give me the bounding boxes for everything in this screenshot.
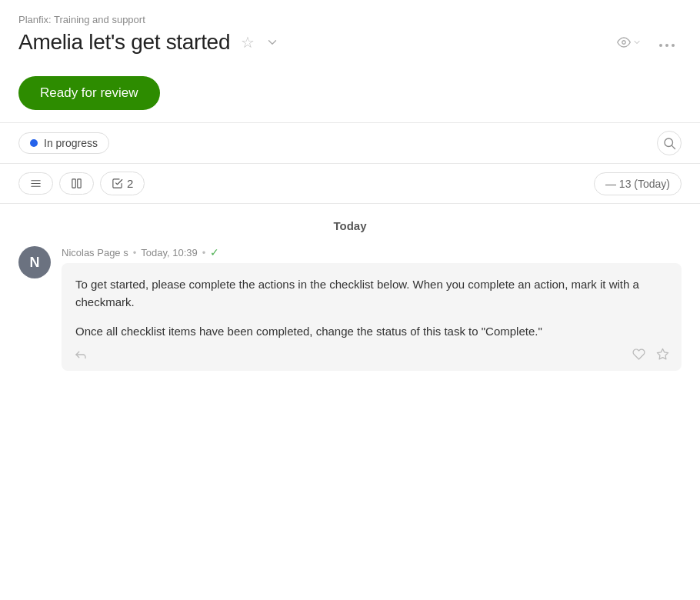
checklist-icon [112,178,123,189]
columns-view-button[interactable] [59,172,94,195]
list-view-button[interactable] [18,172,53,195]
message-bubble: To get started, please complete the acti… [62,263,682,371]
message-content: Nicolas Page s • Today, 10:39 • ✓ To get… [62,246,682,371]
star-outline-icon [656,348,669,361]
avatar-initial: N [30,255,40,271]
bubble-actions [71,346,672,363]
toolbar-left: 2 [18,172,145,195]
toolbar: 2 — 13 (Today) [0,164,700,204]
checklist-count: 2 [127,177,133,190]
more-dots-icon [658,43,675,48]
message-meta: Nicolas Page s • Today, 10:39 • ✓ [62,246,682,258]
star-icon: ☆ [241,33,255,52]
search-button[interactable] [657,131,682,155]
more-button[interactable] [652,31,682,55]
svg-point-1 [659,44,662,47]
svg-marker-11 [657,349,668,359]
breadcrumb: Planfix: Training and support [18,14,682,25]
message-time: Today, 10:39 [141,247,197,258]
meta-separator: • [133,247,137,258]
favorite-button[interactable] [653,346,672,362]
bubble-right-actions [629,346,672,362]
eye-button[interactable] [612,32,646,52]
columns-icon [71,178,82,189]
chevron-down-button[interactable] [262,32,282,52]
message-paragraph-1: To get started, please complete the acti… [75,275,668,312]
header: Planfix: Training and support Amelia let… [0,0,700,61]
title-row: Amelia let's get started ☆ [18,30,682,55]
title-right [612,31,682,55]
title-icons: ☆ [238,30,282,55]
svg-point-3 [672,44,675,47]
action-area: Ready for review [0,61,700,122]
checklist-button[interactable]: 2 [100,172,145,195]
message-author: Nicolas Page s [62,247,128,258]
eye-chevron-icon [632,38,642,47]
eye-icon [617,35,631,49]
date-badge-button[interactable]: — 13 (Today) [594,172,682,195]
svg-rect-9 [72,179,75,188]
like-button[interactable] [629,346,648,362]
list-icon [30,178,42,189]
svg-line-5 [672,145,675,148]
meta-separator-2: • [202,247,206,258]
day-label: Today [18,219,682,232]
status-bar: In progress [0,122,700,164]
reply-icon-svg [74,348,88,362]
star-button[interactable]: ☆ [238,30,258,55]
svg-point-0 [622,41,626,45]
status-label: In progress [44,137,98,149]
status-dot [30,139,38,147]
search-icon [662,136,676,150]
chevron-down-icon [265,35,279,49]
message-read-icon: ✓ [210,246,219,258]
page-title: Amelia let's get started [18,30,230,55]
svg-rect-10 [78,179,81,188]
message-row: N Nicolas Page s • Today, 10:39 • ✓ To g… [18,246,682,371]
status-badge[interactable]: In progress [18,132,109,154]
svg-point-2 [665,44,668,47]
title-left: Amelia let's get started ☆ [18,30,282,55]
heart-icon [632,348,645,361]
avatar: N [18,246,51,278]
ready-for-review-button[interactable]: Ready for review [18,76,160,110]
toolbar-right: — 13 (Today) [594,172,682,195]
feed-section: Today N Nicolas Page s • Today, 10:39 • … [0,204,700,371]
reply-button[interactable] [71,346,91,363]
message-paragraph-2: Once all checklist items have been compl… [75,322,668,340]
